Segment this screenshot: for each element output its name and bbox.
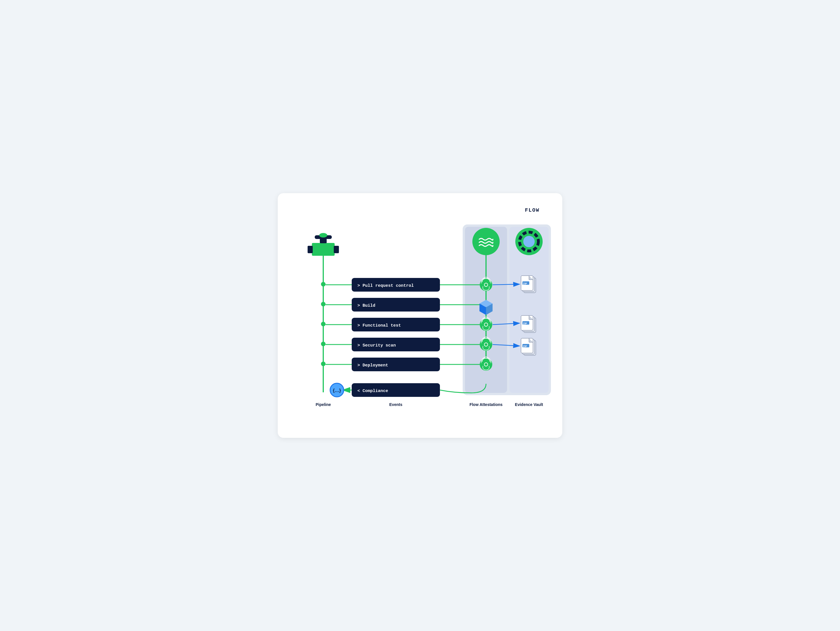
- label-events: Events: [389, 402, 403, 407]
- pipeline-dot-5: [321, 361, 325, 366]
- valve-knob-top: [319, 233, 327, 238]
- valve-left-cap: [308, 246, 313, 253]
- event-label-deployment: > Deployment: [357, 363, 388, 368]
- diagram-container: FLOW > Pull request contro: [278, 193, 562, 438]
- label-flow-attestations: Flow Attestations: [469, 402, 502, 407]
- event-label-functional-test: > Functional test: [357, 323, 401, 328]
- flow-title: FLOW: [295, 207, 540, 213]
- event-label-build: > Build: [357, 303, 375, 308]
- waves-icon-circle: [472, 228, 500, 255]
- svg-text:ZIP: ZIP: [523, 345, 527, 348]
- label-evidence-vault: Evidence Vault: [515, 402, 543, 407]
- valve-right-cap: [334, 246, 339, 253]
- label-pipeline: Pipeline: [316, 402, 331, 407]
- pipeline-dot-4: [321, 342, 325, 346]
- event-label-compliance: < Compliance: [357, 389, 388, 393]
- pipeline-dot-3: [321, 322, 325, 326]
- valve-body: [312, 243, 335, 256]
- zip-icon-3: ZIP: [521, 338, 536, 355]
- event-label-pull-request: > Pull request control: [357, 283, 414, 288]
- diagram-svg: > Pull request control > Build > Functio…: [295, 216, 562, 421]
- gear-inner-circle: [523, 236, 535, 247]
- pipeline-dot-1: [321, 282, 325, 287]
- event-label-security-scan: > Security scan: [357, 343, 396, 348]
- svg-text:ZIP: ZIP: [523, 322, 527, 325]
- svg-text:ZIP: ZIP: [523, 282, 527, 285]
- pipeline-dot-2: [321, 302, 325, 306]
- zip-icon-1: ZIP: [521, 276, 536, 293]
- zip-icon-2: ZIP: [521, 316, 536, 333]
- compliance-icon-text: {…}: [333, 388, 341, 393]
